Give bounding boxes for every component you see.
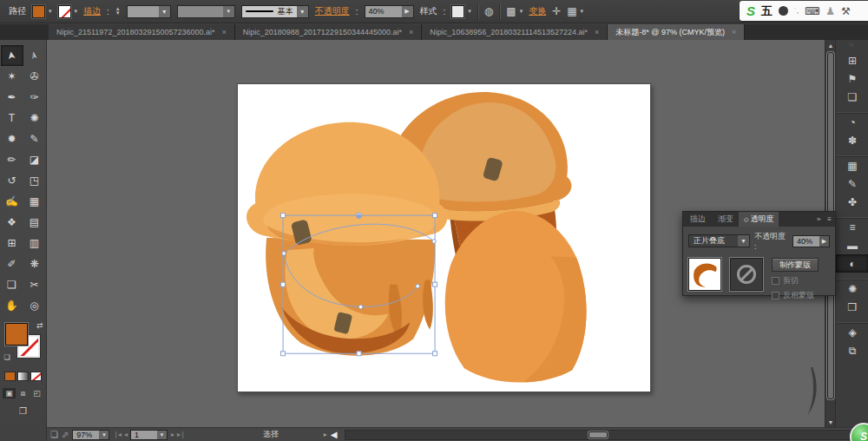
tool-artboard[interactable]: ❏	[1, 274, 23, 295]
tool-paintbrush[interactable]: ✎	[23, 128, 46, 149]
none-button[interactable]	[30, 372, 42, 381]
last-artboard-icon[interactable]: ▸❘	[177, 431, 185, 438]
stroke-dropdown-icon[interactable]: ▾	[75, 8, 78, 15]
tool-blend[interactable]: ❋	[23, 253, 46, 274]
ime-mode-label[interactable]: 五	[761, 3, 773, 19]
document-tab-doc4-active[interactable]: 未标题-8* @ 97% (CMYK/预览) ×	[608, 24, 745, 40]
dock-panel-icon-appearance[interactable]: ✺	[836, 280, 868, 298]
ime-account-icon[interactable]: ♟	[825, 5, 835, 17]
invert-mask-checkbox[interactable]: 反相蒙版	[772, 290, 819, 301]
horizontal-scrollbar[interactable]: ▶	[345, 430, 865, 440]
dock-panel-icon-layers[interactable]: ◈	[836, 323, 868, 341]
tool-mesh[interactable]: ⊞	[1, 233, 23, 253]
ime-fullwidth-icon[interactable]	[779, 6, 788, 16]
tool-selection[interactable]: ➤	[1, 45, 23, 66]
arrange-dropdown-icon[interactable]: ▾	[581, 8, 584, 15]
artboard-number-combo[interactable]: 1 ▼	[130, 430, 168, 440]
style-swatch[interactable]	[451, 5, 464, 18]
screen-mode-button[interactable]: ❐	[16, 405, 31, 416]
mask-thumbnail[interactable]	[730, 258, 763, 291]
dock-panel-icon-graphic-styles[interactable]: ❒	[836, 298, 868, 316]
invert-checkbox-box[interactable]	[772, 292, 779, 299]
tool-type[interactable]: T	[1, 108, 23, 128]
ime-punctuation-icon[interactable]: ˙,	[794, 7, 799, 15]
stroke-weight-stepper[interactable]: ▲ ▼	[115, 7, 121, 16]
next-artboard-icon[interactable]: ▸	[171, 431, 174, 438]
tool-pencil[interactable]: ✏	[1, 149, 23, 170]
brush-definition-combo[interactable]: 基本 ▼	[241, 5, 309, 18]
tool-zoom[interactable]: ◎	[23, 295, 46, 316]
zoom-dropdown-icon[interactable]: ▼	[99, 431, 108, 439]
tool-add-anchor[interactable]: ✑	[23, 87, 46, 108]
width-profile-dropdown-icon[interactable]: ▾	[223, 6, 234, 17]
dock-panel-icon-align[interactable]: ⚑	[836, 69, 868, 88]
dock-panel-icon-brushes[interactable]: ✎	[836, 174, 868, 193]
clip-checkbox-box[interactable]	[772, 277, 779, 285]
clip-checkbox[interactable]: 剪切	[772, 275, 819, 286]
dock-drag-dots[interactable]: ∷	[836, 40, 868, 51]
panel-tab-gradient[interactable]: 渐变	[711, 212, 739, 227]
document-tab-doc1[interactable]: Nipic_21511972_20180329150057236000.ai* …	[49, 24, 235, 40]
panel-menu-icon[interactable]: ≡	[824, 215, 835, 223]
artboard-dropdown-icon[interactable]: ▼	[157, 431, 167, 439]
default-fill-stroke-icon[interactable]: ❏	[4, 353, 10, 361]
ime-keyboard-icon[interactable]: ⌨	[805, 5, 819, 17]
zoom-level-value[interactable]: 97%	[73, 431, 99, 439]
dock-panel-icon-color-guide[interactable]: ◔	[836, 113, 868, 131]
style-dropdown-icon[interactable]: ▾	[468, 8, 471, 15]
blend-mode-value[interactable]: 正片叠底	[689, 235, 738, 247]
sogou-logo-icon[interactable]: S	[746, 3, 755, 18]
status-flip-left-icon[interactable]: ◀	[331, 430, 338, 439]
tool-hand[interactable]: ✋	[1, 295, 23, 316]
document-tab-doc3[interactable]: Nipic_10638956_20180321114513527224.ai* …	[422, 24, 608, 40]
make-mask-button[interactable]: 制作蒙版	[772, 258, 819, 272]
opacity-play-icon[interactable]: ▶	[402, 6, 413, 17]
panel-opacity-value[interactable]: 40%	[793, 236, 819, 247]
zoom-level-combo[interactable]: 97% ▼	[72, 430, 109, 440]
ime-settings-icon[interactable]: ⚒	[841, 5, 851, 17]
tool-blob-brush[interactable]: ✹	[1, 128, 23, 149]
document-tab-doc2[interactable]: Nipic_20180988_20171229150344445000.ai* …	[235, 24, 422, 40]
arrange-icon[interactable]: ▦	[567, 5, 576, 17]
dock-panel-icon-gradient[interactable]: ▬	[836, 236, 868, 254]
fill-color-swatch[interactable]	[32, 5, 45, 18]
tool-rotate[interactable]: ↺	[1, 170, 23, 191]
tab-close-icon[interactable]: ×	[732, 28, 736, 36]
stroke-weight-value[interactable]	[128, 6, 159, 17]
status-window-icon[interactable]: ❏	[50, 430, 58, 439]
dock-panel-icon-swatches[interactable]: ▦	[836, 156, 868, 174]
opacity-combo[interactable]: 40% ▶	[365, 5, 414, 18]
dock-panel-icon-transform[interactable]: ⊞	[836, 51, 868, 69]
panel-tab-stroke[interactable]: 描边	[683, 212, 711, 227]
tool-free-transform[interactable]: ▦	[23, 191, 46, 212]
status-launch-icon[interactable]: ⬀	[62, 430, 69, 439]
dock-panel-icon-transparency[interactable]: ◐	[836, 254, 868, 273]
tab-close-icon[interactable]: ×	[222, 28, 227, 36]
select-similar-icon[interactable]: ▩	[506, 5, 516, 17]
tool-twirl[interactable]: ✺	[23, 108, 46, 128]
panel-tab-transparency[interactable]: ◇ 透明度	[739, 212, 779, 227]
pasteboard-swoosh-object[interactable]	[806, 367, 825, 419]
tab-close-icon[interactable]: ×	[595, 28, 599, 36]
blend-mode-combo[interactable]: 正片叠底 ▼	[688, 234, 750, 247]
tool-magic-wand[interactable]: ✶	[1, 66, 23, 87]
tab-close-icon[interactable]: ×	[409, 28, 413, 36]
tool-width[interactable]: ✍	[1, 191, 23, 212]
stroke-panel-link[interactable]: 描边	[83, 5, 101, 17]
draw-behind-button[interactable]: ⧈	[16, 388, 30, 398]
tool-gradient[interactable]: ▥	[23, 233, 46, 253]
width-profile-combo[interactable]: ▾	[177, 5, 235, 18]
panel-opacity-play-icon[interactable]: ▶	[819, 236, 829, 247]
tool-perspective-grid[interactable]: ▤	[23, 212, 46, 233]
object-thumbnail[interactable]	[688, 258, 721, 291]
recolor-artwork-icon[interactable]: ◍	[484, 5, 493, 17]
tool-eyedropper[interactable]: ✐	[1, 253, 23, 274]
dock-panel-icon-artboards[interactable]: ⧉	[836, 341, 868, 359]
blend-mode-dropdown-icon[interactable]: ▼	[738, 235, 749, 247]
tool-slice[interactable]: ✂	[23, 274, 46, 295]
artboard-number-value[interactable]: 1	[131, 431, 157, 439]
stepper-down-icon[interactable]: ▼	[115, 11, 121, 16]
dock-panel-icon-pathfinder[interactable]: ❏	[836, 88, 868, 106]
tool-lasso[interactable]: ✇	[23, 66, 46, 87]
tool-pen[interactable]: ✒	[1, 87, 23, 108]
